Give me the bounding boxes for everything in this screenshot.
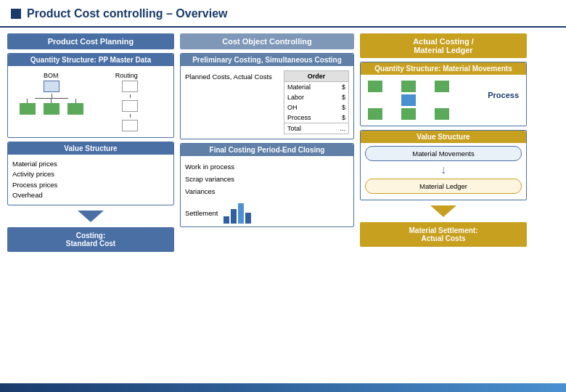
pg-13 — [401, 108, 416, 120]
bom-leaf-2 — [44, 103, 60, 115]
bom-label: BOM — [44, 72, 59, 79]
col1-costing-sub: Standard Cost — [66, 240, 115, 248]
col3-mat-ledger: Material Ledger — [365, 179, 522, 194]
col3-value-title: Value Structure — [361, 131, 526, 143]
pg-12 — [385, 108, 399, 120]
col2-final-title: Final Costing Period-End Closing — [181, 144, 353, 156]
pg-15 — [435, 108, 449, 120]
page-wrapper: Product Cost controlling – Overview Prod… — [0, 0, 566, 392]
col2-row-labor: Labor $ — [284, 92, 348, 102]
col1-bottom-box: Costing: Standard Cost — [7, 227, 174, 252]
main-content: Product Cost Planning Quantity Structure… — [0, 28, 566, 383]
chart-bar-2 — [231, 209, 237, 224]
col3-process-area: Process — [365, 78, 522, 123]
chart-bar-3 — [238, 203, 244, 224]
page-title: Product Cost controlling – Overview — [27, 7, 228, 20]
col3-mat-movements: Material Movements — [365, 146, 522, 161]
col1-value-structure: Value Structure Material prices Activity… — [7, 142, 174, 205]
pg-10 — [435, 94, 449, 106]
bom-branch-2 — [44, 99, 60, 115]
col-actual-costing: Actual Costing / Material Ledger Quantit… — [360, 33, 527, 377]
col2-order-table-wrapper: Order Material $ Labor $ OH $ — [284, 70, 349, 134]
val-item-1: Material prices — [12, 159, 169, 169]
col2-preliminary-costing: Preliminary Costing, Simultaneous Costin… — [180, 53, 354, 139]
bottom-bar — [0, 383, 566, 392]
col2-final-costing: Final Costing Period-End Closing Work in… — [180, 143, 354, 227]
routing-v-2 — [130, 114, 131, 118]
col1-arrow-down — [78, 211, 104, 222]
mini-chart — [223, 202, 251, 224]
col2-row-total: Total ... — [284, 123, 348, 134]
val-item-2: Activity prices — [12, 169, 169, 179]
routing-box-2 — [122, 100, 138, 112]
col1-bom-labels: BOM Routing — [15, 72, 166, 79]
bom-bottom-row — [15, 99, 88, 115]
routing-box-3 — [122, 120, 138, 131]
bom-branch-1 — [20, 99, 36, 115]
page-header: Product Cost controlling – Overview — [0, 0, 566, 28]
col2-order-area: Planned Costs, Actual Costs Order Materi… — [185, 69, 349, 136]
col3-process-label: Process — [488, 91, 519, 99]
col2-row-oh: OH $ — [284, 102, 348, 113]
col3-arrow-down-gold — [430, 205, 456, 217]
col2-settlement-label: Settlement — [185, 209, 218, 217]
col2-section-header: Cost Object Controlling — [180, 33, 354, 49]
col2-order-header: Order — [284, 71, 348, 82]
col1-quantity-structure: Quantity Structure: PP Master Data BOM R… — [7, 53, 174, 138]
col1-qty-title: Quantity Structure: PP Master Data — [8, 54, 173, 66]
routing-box-1 — [122, 81, 138, 92]
col3-bottom-box: Material Settlement: Actual Costs — [360, 222, 527, 247]
col2-row-process: Process $ — [284, 113, 348, 123]
col1-bom-tree-area — [15, 81, 166, 131]
pg-3 — [401, 81, 416, 92]
pg-11 — [368, 108, 382, 120]
bom-tree — [15, 81, 88, 131]
col2-planned-label: Planned Costs, Actual Costs — [185, 70, 272, 134]
col2-prelim-title: Preliminary Costing, Simultaneous Costin… — [181, 54, 353, 66]
col2-final-items: Work in process Scrap variances Variance… — [185, 159, 349, 199]
col3-arrow-down: ↓ — [365, 164, 522, 176]
pg-9 — [418, 94, 432, 106]
routing-v-1 — [130, 94, 131, 98]
bom-leaf-1 — [20, 103, 36, 115]
col3-mat-ledger-wrapper: Material Ledger — [365, 179, 522, 194]
pg-4 — [418, 81, 432, 92]
routing-label: Routing — [115, 72, 138, 79]
final-item-1: Work in process — [185, 160, 349, 173]
col2-order-table: Order Material $ Labor $ OH $ — [284, 70, 349, 134]
pg-5 — [435, 81, 449, 92]
val-item-3: Process prices — [12, 180, 169, 190]
pg-2 — [385, 81, 399, 92]
chart-bar-1 — [223, 216, 229, 224]
col1-value-items: Material prices Activity prices Process … — [12, 158, 169, 202]
col1-bom-diagram: BOM Routing — [12, 69, 169, 134]
pg-14 — [418, 108, 432, 120]
col3-quantity-structure: Quantity Structure: Material Movements — [360, 62, 527, 126]
bom-branch-3 — [67, 99, 83, 115]
pg-8 — [401, 94, 416, 106]
col3-qty-title: Quantity Structure: Material Movements — [361, 62, 526, 75]
col1-value-title: Value Structure — [8, 142, 173, 155]
bom-top-box — [44, 81, 60, 92]
col3-section-header: Actual Costing / Material Ledger — [360, 33, 527, 58]
chart-bar-4 — [245, 213, 251, 224]
col3-value-structure: Value Structure Material Movements ↓ Mat… — [360, 130, 527, 200]
col2-row-material: Material $ — [284, 82, 348, 92]
col1-costing-title: Costing: — [76, 232, 106, 240]
bom-leaf-3 — [67, 103, 83, 115]
val-item-4: Overhead — [12, 190, 169, 200]
col-product-cost-planning: Product Cost Planning Quantity Structure… — [7, 33, 174, 377]
routing-tree — [94, 81, 166, 131]
final-item-3: Variances — [185, 185, 349, 197]
col3-settlement-title: Material Settlement: — [409, 226, 477, 234]
header-icon — [11, 9, 21, 19]
pg-7 — [385, 94, 399, 106]
col-cost-object-controlling: Cost Object Controlling Preliminary Cost… — [180, 33, 354, 377]
pg-6 — [368, 94, 382, 106]
col2-settlement-area: Settlement — [185, 202, 349, 224]
final-item-2: Scrap variances — [185, 173, 349, 185]
col3-process-grid — [368, 81, 519, 120]
pg-1 — [368, 81, 382, 92]
col3-settlement-sub: Actual Costs — [421, 234, 465, 242]
col1-section-header: Product Cost Planning — [7, 33, 174, 49]
